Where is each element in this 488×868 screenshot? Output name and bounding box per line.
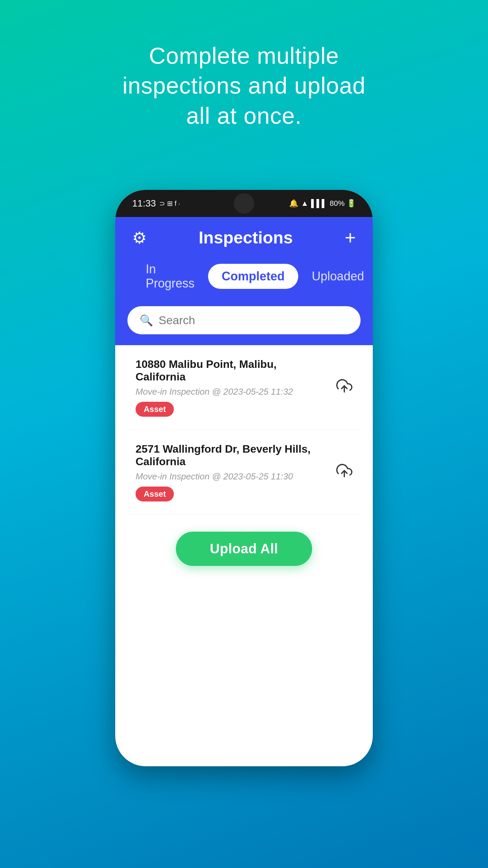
- upload-all-container: Upload All: [129, 515, 359, 579]
- upload-cloud-icon[interactable]: [336, 462, 352, 482]
- search-bar: 🔍: [127, 306, 361, 334]
- inspection-info: 10880 Malibu Point, Malibu, California M…: [136, 358, 329, 417]
- tab-in-progress[interactable]: In Progress: [132, 257, 208, 296]
- inspections-list: 10880 Malibu Point, Malibu, California M…: [115, 345, 373, 579]
- search-icon: 🔍: [140, 314, 153, 327]
- signal-icon: ▌▌▌: [311, 199, 327, 208]
- battery-indicator: 80% 🔋: [330, 199, 356, 208]
- status-left-icons: 11:33 ⊃ ⊞ f ·: [132, 198, 180, 209]
- tab-completed[interactable]: Completed: [208, 264, 298, 289]
- camera-notch: [234, 193, 254, 214]
- inspection-item[interactable]: 10880 Malibu Point, Malibu, California M…: [129, 345, 359, 430]
- phone-mockup: 11:33 ⊃ ⊞ f · 🔔 ▲ ▌▌▌ 80% 🔋 ⚙ Inspection…: [115, 190, 373, 766]
- inspection-date: Move-in Inspection @ 2023-05-25 11:32: [136, 387, 329, 397]
- app-header: ⚙ Inspections + In Progress Completed Up…: [115, 217, 373, 306]
- status-time: 11:33: [132, 198, 156, 209]
- upload-cloud-icon[interactable]: [336, 378, 352, 397]
- inspection-address: 10880 Malibu Point, Malibu, California: [136, 358, 329, 383]
- asset-badge: Asset: [136, 487, 174, 501]
- upload-all-button[interactable]: Upload All: [176, 532, 312, 566]
- settings-icon[interactable]: ⚙: [132, 228, 147, 247]
- add-inspection-button[interactable]: +: [345, 226, 356, 249]
- status-bar: 11:33 ⊃ ⊞ f · 🔔 ▲ ▌▌▌ 80% 🔋: [115, 190, 373, 217]
- tabs-container: In Progress Completed Uploaded: [132, 257, 356, 306]
- tab-uploaded[interactable]: Uploaded: [298, 264, 373, 289]
- inspection-info: 2571 Wallingford Dr, Beverly Hills, Cali…: [136, 443, 329, 501]
- inspection-date: Move-in Inspection @ 2023-05-25 11:30: [136, 471, 329, 482]
- alarm-icon: 🔔: [289, 199, 298, 208]
- search-container: 🔍: [115, 306, 373, 345]
- page-title: Inspections: [199, 228, 293, 248]
- inspection-item[interactable]: 2571 Wallingford Dr, Beverly Hills, Cali…: [129, 430, 359, 515]
- search-input[interactable]: [159, 314, 348, 327]
- tagline-text: Complete multiple inspections and upload…: [112, 41, 376, 131]
- asset-badge: Asset: [136, 402, 174, 417]
- wifi-icon: ▲: [301, 199, 308, 208]
- inspection-address: 2571 Wallingford Dr, Beverly Hills, Cali…: [136, 443, 329, 468]
- status-right-icons: 🔔 ▲ ▌▌▌ 80% 🔋: [289, 199, 356, 208]
- status-left-app-icons: ⊃ ⊞ f ·: [159, 199, 180, 208]
